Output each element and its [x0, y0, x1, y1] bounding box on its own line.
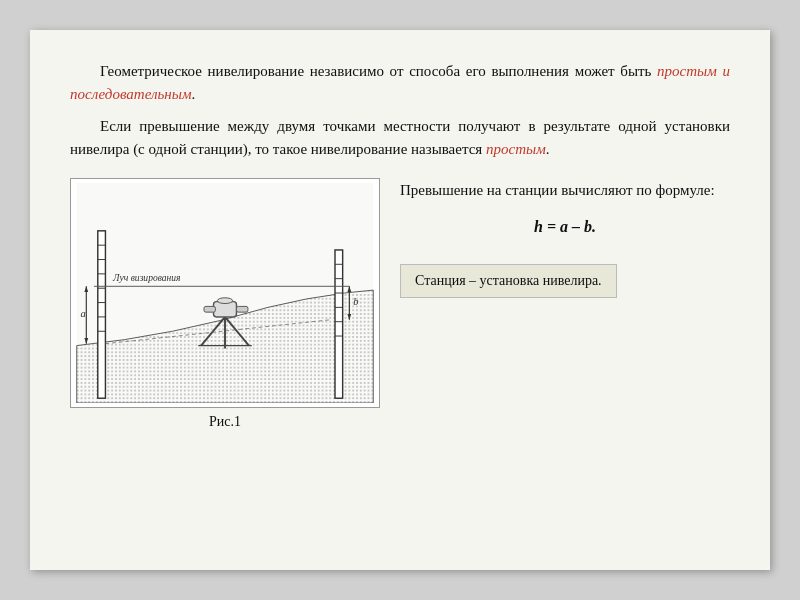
- figure-container: a b Луч визирования: [70, 178, 380, 408]
- station-box: Станция – установка нивелира.: [400, 264, 617, 298]
- svg-text:a: a: [81, 308, 86, 319]
- svg-rect-2: [98, 231, 106, 398]
- text-block-1: Геометрическое нивелирование независимо …: [70, 60, 730, 160]
- formula: h = a – b.: [400, 218, 730, 236]
- paragraph2-text: Если превышение между двумя точками мест…: [70, 118, 730, 157]
- paragraph2-end: .: [546, 141, 550, 157]
- figure-block: a b Луч визирования Рис.1: [70, 178, 380, 430]
- paragraph2-highlight: простым: [486, 141, 546, 157]
- svg-rect-23: [204, 306, 215, 312]
- formula-intro: Превышение на станции вычисляют по форму…: [400, 178, 730, 202]
- svg-rect-10: [335, 250, 343, 398]
- slide: Геометрическое нивелирование независимо …: [30, 30, 770, 570]
- svg-rect-24: [236, 306, 247, 312]
- svg-point-25: [217, 298, 232, 304]
- paragraph1-end: .: [192, 86, 196, 102]
- svg-text:b: b: [353, 296, 358, 307]
- right-block: Превышение на станции вычисляют по форму…: [400, 178, 730, 298]
- content-area: a b Луч визирования Рис.1 Превышение на …: [70, 178, 730, 430]
- svg-text:Луч визирования: Луч визирования: [112, 272, 181, 283]
- paragraph1-text: Геометрическое нивелирование независимо …: [100, 63, 657, 79]
- figure-svg: a b Луч визирования: [75, 183, 375, 403]
- figure-caption: Рис.1: [70, 414, 380, 430]
